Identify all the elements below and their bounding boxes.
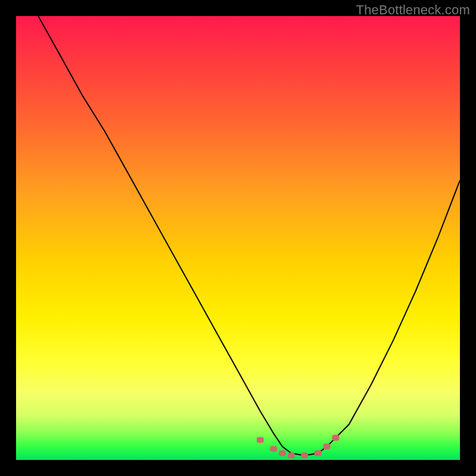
bottleneck-curve [38, 16, 460, 456]
highlight-dot [256, 437, 264, 443]
highlight-dot [270, 446, 277, 452]
highlight-dot [288, 453, 295, 459]
highlight-dot [301, 453, 308, 459]
highlight-dot [314, 450, 321, 456]
plot-area [16, 16, 460, 460]
chart-frame: TheBottleneck.com [0, 0, 476, 476]
curve-layer [16, 16, 460, 460]
highlight-dot [332, 435, 339, 441]
highlight-dot [323, 444, 330, 450]
watermark-text: TheBottleneck.com [356, 2, 470, 18]
highlight-dot [279, 450, 286, 456]
